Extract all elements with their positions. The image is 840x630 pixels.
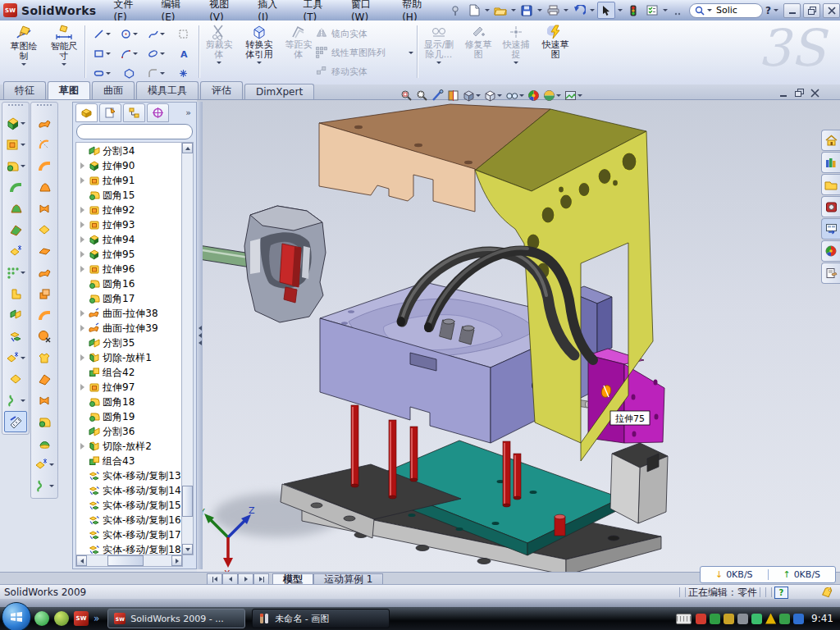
fillet-button[interactable] xyxy=(4,155,27,176)
tree-item[interactable]: 曲面-拉伸38 xyxy=(76,306,182,321)
tab-feature-manager[interactable] xyxy=(75,103,98,122)
prev-tab-button[interactable] xyxy=(222,573,238,585)
offset-surface-button[interactable] xyxy=(33,262,56,283)
pin-button[interactable] xyxy=(447,2,463,18)
slider-assembly-gray[interactable] xyxy=(197,206,326,322)
quick-launch-chevron[interactable]: » xyxy=(94,613,99,624)
search-box[interactable] xyxy=(689,3,763,18)
dome-surface-button[interactable] xyxy=(33,432,56,454)
tree-item[interactable]: 拉伸92 xyxy=(76,203,182,217)
planar-surface-button[interactable] xyxy=(33,240,56,262)
volume-icon[interactable] xyxy=(737,614,748,624)
linear_pattern-button[interactable]: 线性草图阵列 xyxy=(315,46,413,59)
delete-face-button[interactable] xyxy=(33,326,56,347)
open-dropdown[interactable] xyxy=(511,9,516,11)
extruded-cut-button[interactable] xyxy=(4,134,27,155)
print-dropdown[interactable] xyxy=(564,9,568,11)
sketch-text-button[interactable]: A xyxy=(170,44,196,63)
measure-button[interactable] xyxy=(4,411,27,432)
help-button[interactable]: ? xyxy=(765,5,771,16)
sketch-ellipse-button[interactable] xyxy=(143,44,169,63)
next-tab-button[interactable] xyxy=(238,573,253,585)
extend-surface-button[interactable] xyxy=(33,368,56,390)
expand-icon[interactable] xyxy=(80,251,84,258)
new-document-button[interactable] xyxy=(466,2,482,18)
swept-surface-button[interactable] xyxy=(33,155,56,176)
tree-item[interactable]: 分割36 xyxy=(76,424,182,439)
quick_snaps-button[interactable]: 快速捕 捉 xyxy=(499,24,533,64)
linear-pattern-button[interactable] xyxy=(4,262,27,283)
ribbon-tab-5[interactable]: DimXpert xyxy=(244,84,314,99)
expand-icon[interactable] xyxy=(80,443,84,450)
apply-scene-button[interactable] xyxy=(543,89,561,102)
scroll-down-button[interactable] xyxy=(182,544,193,555)
save-button[interactable] xyxy=(518,2,535,18)
thicken-button[interactable] xyxy=(33,411,56,432)
firewall-shield-icon[interactable] xyxy=(779,614,790,624)
convert-button[interactable]: 转换实 体引用 xyxy=(240,24,279,64)
tab-model[interactable]: 模型 xyxy=(272,573,313,585)
tree-filter[interactable] xyxy=(76,124,193,139)
taskbar-item-paint[interactable]: 未命名 - 画图 xyxy=(252,609,390,628)
tree-item[interactable]: 拉伸95 xyxy=(76,247,182,262)
tree-item[interactable]: 实体-移动/复制17 xyxy=(76,527,182,542)
print-button[interactable] xyxy=(545,2,561,18)
reference-geometry-button[interactable] xyxy=(4,240,27,262)
tree-item[interactable]: 圆角19 xyxy=(76,409,182,424)
curve-button[interactable] xyxy=(4,390,27,411)
tree-filter-input[interactable] xyxy=(84,126,204,138)
ribbon-tab-1[interactable]: 草图 xyxy=(48,81,90,99)
undo-dropdown[interactable] xyxy=(590,9,595,11)
expand-icon[interactable] xyxy=(80,354,84,361)
tree-item[interactable]: 拉伸93 xyxy=(76,217,182,232)
rapid_sketch-button[interactable]: 快速草 图 xyxy=(536,24,574,60)
tree-item[interactable]: 实体-移动/复制14 xyxy=(76,483,182,498)
expand-icon[interactable] xyxy=(80,325,84,331)
custom-properties-tab[interactable] xyxy=(821,262,840,284)
smart_dimension-button[interactable]: 智能尺 寸 xyxy=(46,24,82,66)
security-shield-icon[interactable] xyxy=(710,614,720,624)
lofted-surface-button[interactable] xyxy=(33,176,56,198)
sketch-rectangle-button[interactable] xyxy=(89,44,115,63)
messenger-status-icon[interactable] xyxy=(793,614,804,624)
tree-item[interactable]: 组合43 xyxy=(76,454,182,468)
revolved-surface-button[interactable] xyxy=(33,134,56,155)
graphics-viewport[interactable]: Y Z X 拉伸75 xyxy=(197,100,840,572)
tree-item[interactable]: 曲面-拉伸39 xyxy=(76,321,182,336)
sketch-sketch-fillet-button[interactable] xyxy=(143,64,169,83)
update-badge-icon[interactable] xyxy=(724,614,734,624)
zoom-to-selection-button[interactable] xyxy=(431,89,444,102)
tree-item[interactable]: 圆角18 xyxy=(76,395,182,409)
tree-vscrollbar[interactable] xyxy=(181,142,194,555)
solidworks-resources-tab[interactable] xyxy=(821,130,840,151)
quick-launch-solidworks-icon[interactable]: SW xyxy=(74,611,89,626)
toolbox-tab[interactable] xyxy=(821,196,840,217)
tree-item[interactable]: 圆角17 xyxy=(76,291,182,306)
scroll-right-button[interactable] xyxy=(171,555,182,566)
antivirus-shield-icon[interactable] xyxy=(696,614,706,624)
tree-item[interactable]: 拉伸96 xyxy=(76,262,182,276)
save-dropdown[interactable] xyxy=(537,9,542,11)
tree-item[interactable]: 圆角16 xyxy=(76,276,182,291)
quick-launch-games-icon[interactable] xyxy=(54,611,69,626)
sketch-circle-button[interactable] xyxy=(116,25,142,43)
tree-item[interactable]: 实体-移动/复制15 xyxy=(76,498,182,513)
mirror-button[interactable]: 镜向实体 xyxy=(315,27,413,40)
boundary-boss-button[interactable] xyxy=(4,219,27,240)
tree-item[interactable]: 圆角15 xyxy=(76,188,182,203)
expand-icon[interactable] xyxy=(80,221,84,228)
tree-item[interactable]: 实体-移动/复制16 xyxy=(76,513,182,527)
tree-item[interactable]: 实体-移动/复制13 xyxy=(76,468,182,483)
search-input[interactable] xyxy=(714,4,757,16)
open-button[interactable] xyxy=(492,2,509,18)
expand-icon[interactable] xyxy=(80,236,84,243)
sketch-point-button[interactable] xyxy=(170,64,196,83)
swept-boss-button[interactable] xyxy=(4,176,27,198)
hscroll-thumb[interactable] xyxy=(107,555,144,566)
sketch-spline-button[interactable] xyxy=(143,25,169,43)
tab-configuration-manager[interactable] xyxy=(123,103,145,122)
vscroll-thumb[interactable] xyxy=(182,486,193,517)
tree-item[interactable]: 实体-移动/复制18 xyxy=(76,542,182,555)
trim-surface-button[interactable] xyxy=(33,347,56,368)
trim-button[interactable]: 剪裁实 体 xyxy=(202,24,236,64)
